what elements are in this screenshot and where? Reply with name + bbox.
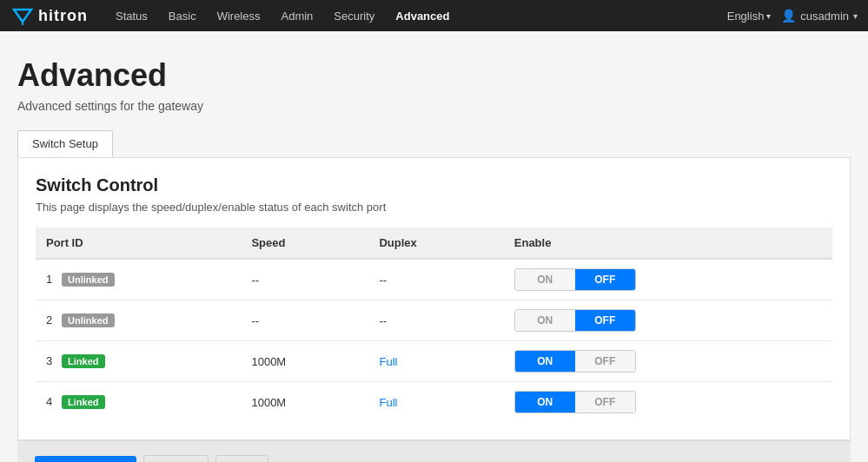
- port-id-cell: 1 Unlinked: [36, 259, 241, 300]
- speed-cell: --: [241, 259, 368, 300]
- port-number: 2: [46, 314, 52, 327]
- link-status-badge: Linked: [62, 395, 104, 409]
- port-number: 3: [46, 354, 52, 367]
- enable-cell: ON OFF: [504, 259, 832, 300]
- nav-basic[interactable]: Basic: [158, 0, 207, 31]
- user-icon: 👤: [781, 9, 796, 23]
- language-chevron-icon: ▾: [766, 11, 771, 21]
- nav-security[interactable]: Security: [323, 0, 385, 31]
- section-title: Switch Control: [36, 175, 832, 195]
- col-port-id: Port ID: [36, 228, 241, 259]
- table-header: Port ID Speed Duplex Enable: [36, 228, 832, 259]
- language-label: English: [727, 10, 765, 23]
- duplex-cell: Full: [368, 382, 503, 423]
- main-section: Switch Control This page displays the sp…: [17, 157, 851, 462]
- port-number: 1: [46, 273, 52, 286]
- brand[interactable]: hitron: [10, 6, 88, 25]
- brand-name: hitron: [38, 7, 88, 25]
- section-body: Switch Control This page displays the sp…: [17, 157, 851, 440]
- link-status-badge: Unlinked: [62, 314, 114, 327]
- save-changes-button[interactable]: Save Changes: [35, 456, 136, 462]
- cancel-button[interactable]: Cancel: [143, 455, 208, 462]
- enable-cell: ON OFF: [504, 341, 832, 382]
- duplex-value: Full: [379, 396, 397, 409]
- port-id-cell: 2 Unlinked: [36, 300, 241, 341]
- toggle-on-button[interactable]: ON: [515, 310, 575, 331]
- language-selector[interactable]: English ▾: [727, 10, 772, 23]
- duplex-cell: --: [368, 259, 503, 300]
- username-label: cusadmin: [800, 10, 849, 23]
- nav-status[interactable]: Status: [105, 0, 158, 31]
- toggle-off-button[interactable]: OFF: [575, 351, 635, 372]
- speed-cell: 1000M: [241, 341, 368, 382]
- footer-actions: Save Changes Cancel Help: [17, 440, 851, 462]
- toggle-on-button[interactable]: ON: [515, 269, 575, 290]
- page-content: Advanced Advanced settings for the gatew…: [0, 31, 868, 462]
- switch-table: Port ID Speed Duplex Enable 1 Unlinked: [36, 228, 832, 422]
- col-speed: Speed: [241, 228, 368, 259]
- toggle-off-button[interactable]: OFF: [575, 269, 635, 290]
- toggle-off-button[interactable]: OFF: [575, 392, 635, 412]
- port-id-cell: 4 Linked: [36, 382, 241, 423]
- user-chevron-icon: ▾: [853, 11, 858, 21]
- table-row: 1 Unlinked -- -- ON OFF: [36, 259, 832, 300]
- navbar-right: English ▾ 👤 cusadmin ▾: [727, 9, 858, 23]
- duplex-cell: --: [368, 300, 503, 341]
- nav-admin[interactable]: Admin: [271, 0, 324, 31]
- duplex-value: Full: [379, 355, 397, 368]
- table-row: 4 Linked 1000M Full ON OFF: [36, 382, 832, 423]
- duplex-cell: Full: [368, 341, 503, 382]
- toggle-group: ON OFF: [514, 350, 636, 373]
- page-title: Advanced: [17, 57, 851, 94]
- col-enable: Enable: [504, 228, 832, 259]
- port-number: 4: [46, 395, 52, 408]
- link-status-badge: Unlinked: [62, 273, 114, 287]
- table-row: 3 Linked 1000M Full ON OFF: [36, 341, 832, 382]
- toggle-group: ON OFF: [514, 391, 636, 413]
- speed-cell: 1000M: [241, 382, 368, 423]
- tab-switch-setup[interactable]: Switch Setup: [17, 130, 113, 157]
- table-row: 2 Unlinked -- -- ON OFF: [36, 300, 832, 341]
- user-menu[interactable]: 👤 cusadmin ▾: [781, 9, 858, 23]
- navbar: hitron Status Basic Wireless Admin Secur…: [0, 0, 868, 31]
- page-subtitle: Advanced settings for the gateway: [17, 99, 851, 113]
- link-status-badge: Linked: [62, 354, 104, 368]
- svg-marker-0: [14, 10, 31, 22]
- table-body: 1 Unlinked -- -- ON OFF: [36, 259, 832, 422]
- nav-wireless[interactable]: Wireless: [207, 0, 271, 31]
- nav-advanced[interactable]: Advanced: [385, 0, 460, 31]
- toggle-group: ON OFF: [514, 268, 636, 291]
- tabs: Switch Setup: [17, 130, 851, 157]
- col-duplex: Duplex: [368, 228, 503, 259]
- speed-cell: --: [241, 300, 368, 341]
- port-id-cell: 3 Linked: [36, 341, 241, 382]
- help-button[interactable]: Help: [215, 455, 268, 462]
- section-desc: This page displays the speed/duplex/enab…: [36, 201, 832, 214]
- toggle-on-button[interactable]: ON: [515, 392, 575, 412]
- enable-cell: ON OFF: [504, 300, 832, 341]
- nav-links: Status Basic Wireless Admin Security Adv…: [105, 0, 727, 31]
- hitron-logo-icon: [10, 6, 35, 25]
- enable-cell: ON OFF: [504, 382, 832, 423]
- toggle-on-button[interactable]: ON: [515, 351, 575, 372]
- toggle-group: ON OFF: [514, 309, 636, 332]
- toggle-off-button[interactable]: OFF: [575, 310, 635, 331]
